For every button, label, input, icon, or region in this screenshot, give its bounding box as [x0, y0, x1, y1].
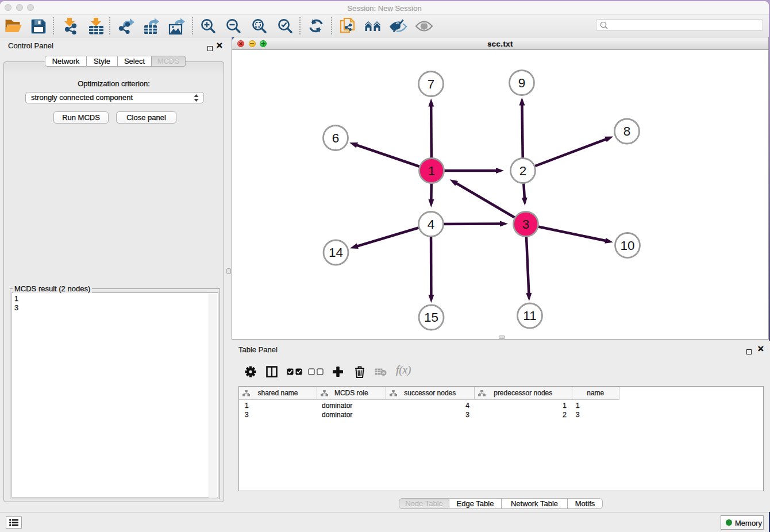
- svg-text:9: 9: [518, 76, 526, 90]
- svg-text:15: 15: [424, 310, 438, 325]
- svg-text:10: 10: [620, 238, 634, 253]
- svg-text:14: 14: [329, 245, 343, 260]
- svg-text:6: 6: [332, 131, 340, 145]
- svg-text:2: 2: [519, 164, 527, 178]
- svg-text:11: 11: [523, 309, 536, 323]
- svg-text:8: 8: [623, 124, 631, 138]
- svg-text:3: 3: [522, 217, 530, 232]
- svg-text:7: 7: [428, 77, 435, 91]
- svg-text:4: 4: [428, 217, 435, 232]
- svg-text:1: 1: [428, 164, 436, 178]
